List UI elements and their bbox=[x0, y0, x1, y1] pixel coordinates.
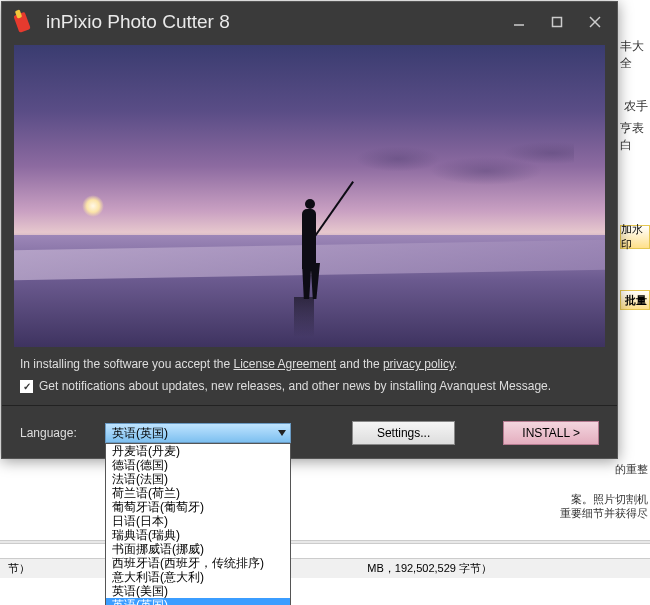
language-label: Language: bbox=[20, 426, 95, 440]
svg-rect-3 bbox=[553, 18, 562, 27]
minimize-button[interactable] bbox=[505, 8, 533, 36]
license-agreement-link[interactable]: License Agreement bbox=[233, 357, 336, 371]
language-dropdown-selected[interactable]: 英语(英国) bbox=[105, 423, 291, 443]
installer-window: inPixio Photo Cutter 8 In installing the bbox=[1, 1, 618, 459]
maximize-button[interactable] bbox=[543, 8, 571, 36]
language-option[interactable]: 意大利语(意大利) bbox=[106, 570, 290, 584]
window-title: inPixio Photo Cutter 8 bbox=[46, 11, 505, 33]
language-option[interactable]: 书面挪威语(挪威) bbox=[106, 542, 290, 556]
bg-button-watermark[interactable]: 加水印 bbox=[620, 225, 650, 249]
install-button[interactable]: INSTALL > bbox=[503, 421, 599, 445]
titlebar: inPixio Photo Cutter 8 bbox=[2, 2, 617, 42]
bg-text: 重要细节并获得尽 bbox=[560, 506, 648, 521]
hero-image bbox=[14, 45, 605, 347]
language-option[interactable]: 英语(英国) bbox=[106, 598, 290, 605]
license-agreement-text: In installing the software you accept th… bbox=[2, 347, 617, 375]
language-option[interactable]: 丹麦语(丹麦) bbox=[106, 444, 290, 458]
language-option[interactable]: 法语(法国) bbox=[106, 472, 290, 486]
language-dropdown[interactable]: 英语(英国) 丹麦语(丹麦)德语(德国)法语(法国)荷兰语(荷兰)葡萄牙语(葡萄… bbox=[105, 423, 291, 443]
language-option[interactable]: 日语(日本) bbox=[106, 514, 290, 528]
close-button[interactable] bbox=[581, 8, 609, 36]
language-option[interactable]: 西班牙语(西班牙，传统排序) bbox=[106, 556, 290, 570]
language-option[interactable]: 德语(德国) bbox=[106, 458, 290, 472]
status-bar: 节） MB，192,502,529 字节） bbox=[0, 558, 650, 578]
background-sidebar-text: 丰大全 农手 亨表白 bbox=[620, 30, 650, 210]
language-option[interactable]: 葡萄牙语(葡萄牙) bbox=[106, 500, 290, 514]
notifications-label: Get notifications about updates, new rel… bbox=[39, 379, 551, 393]
privacy-policy-link[interactable]: privacy policy bbox=[383, 357, 454, 371]
bg-text: 的重整 bbox=[615, 462, 648, 477]
notifications-checkbox[interactable]: ✓ bbox=[20, 380, 33, 393]
settings-button[interactable]: Settings... bbox=[352, 421, 455, 445]
language-option[interactable]: 瑞典语(瑞典) bbox=[106, 528, 290, 542]
app-logo-icon bbox=[10, 9, 36, 35]
language-option[interactable]: 荷兰语(荷兰) bbox=[106, 486, 290, 500]
bg-button-batch[interactable]: 批量 bbox=[620, 290, 650, 310]
svg-rect-0 bbox=[13, 12, 30, 33]
language-option[interactable]: 英语(美国) bbox=[106, 584, 290, 598]
language-dropdown-list[interactable]: 丹麦语(丹麦)德语(德国)法语(法国)荷兰语(荷兰)葡萄牙语(葡萄牙)日语(日本… bbox=[105, 443, 291, 605]
bg-text: 案。照片切割机 bbox=[571, 492, 648, 507]
